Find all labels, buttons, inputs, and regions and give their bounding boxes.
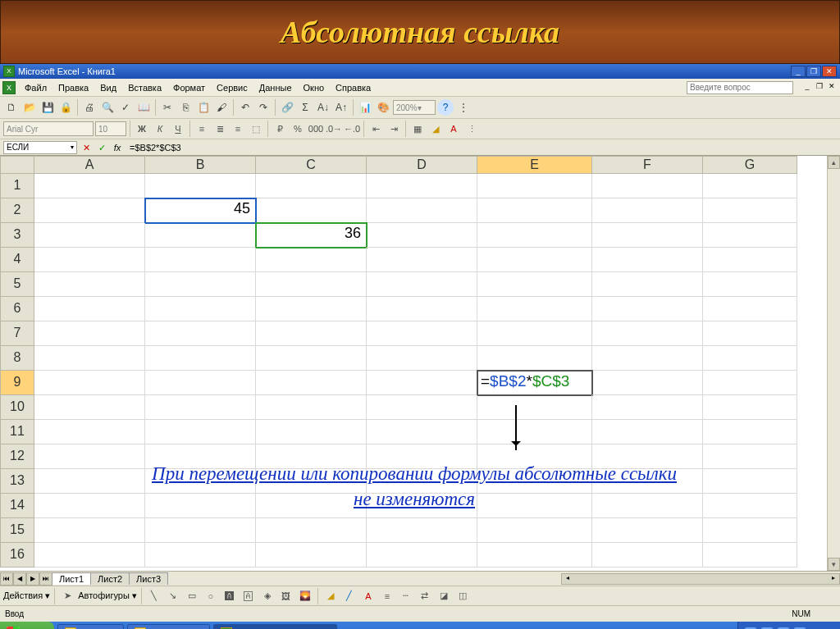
cell-F3[interactable] [592,223,703,248]
col-header-e[interactable]: E [477,156,592,174]
formula-input[interactable]: =$B$2*$C$3 [126,143,837,153]
row-header[interactable]: 1 [0,174,34,198]
sort-desc-icon[interactable]: A↑ [333,99,349,116]
row-header[interactable]: 11 [0,420,34,444]
hyperlink-icon[interactable]: 🔗 [279,99,295,116]
cell-F7[interactable] [592,321,703,346]
cell-D5[interactable] [367,272,477,297]
cell-E9[interactable]: =$B$2*$C$3 [477,371,592,395]
col-header-c[interactable]: C [256,156,367,174]
cell-A13[interactable] [34,469,145,494]
oval-icon[interactable]: ○ [203,588,219,604]
font-combo[interactable]: Arial Cyr [3,121,94,136]
name-box[interactable]: ЕСЛИ ▾ [3,141,77,154]
percent-icon[interactable]: % [290,121,306,137]
inc-indent-icon[interactable]: ⇥ [386,121,402,137]
currency-icon[interactable]: ₽ [272,121,288,137]
undo-icon[interactable]: ↶ [237,99,253,116]
font-color-icon[interactable]: A [445,121,462,137]
cell-A9[interactable] [34,371,145,395]
cell-A5[interactable] [34,272,145,297]
sort-asc-icon[interactable]: A↓ [315,99,331,116]
cell-C7[interactable] [256,321,367,346]
font-size-combo[interactable]: 10 [95,121,126,136]
cell-D9[interactable] [367,371,477,395]
toolbar-options-icon[interactable]: ⋮ [463,121,480,137]
align-right-icon[interactable]: ≡ [230,121,246,137]
cell-B5[interactable] [145,272,256,297]
cell-A3[interactable] [34,223,145,248]
cell-G9[interactable] [703,371,797,395]
cell-F8[interactable] [592,346,703,371]
sheet-tab-2[interactable]: Лист2 [90,572,130,585]
cell-G2[interactable] [703,198,797,223]
cell-E6[interactable] [477,297,592,321]
scroll-down-icon[interactable]: ▾ [828,558,840,571]
cell-B6[interactable] [145,297,256,321]
taskbar-item-folder[interactable]: мой урок [57,624,124,629]
cell-B15[interactable] [145,518,256,543]
cell-C8[interactable] [256,346,367,371]
maximize-button[interactable]: ❐ [806,66,821,77]
textbox-icon[interactable]: 🅰 [221,588,238,604]
cell-E4[interactable] [477,248,592,272]
close-button[interactable]: ✕ [822,66,837,77]
cell-E1[interactable] [477,174,592,198]
hscroll-right-icon[interactable]: ▸ [828,574,839,584]
col-header-d[interactable]: D [367,156,477,174]
cell-A12[interactable] [34,444,145,469]
taskbar-item-excel[interactable]: Microsoft Excel - Книг... [213,624,337,629]
doc-minimize-button[interactable]: _ [801,82,813,93]
diagram-icon[interactable]: ◈ [259,588,276,604]
new-file-icon[interactable]: 🗋 [3,99,20,116]
cell-E11[interactable] [477,420,592,444]
cell-C15[interactable] [256,518,367,543]
line-icon[interactable]: ╲ [146,588,162,604]
cell-C5[interactable] [256,272,367,297]
autoshapes-menu[interactable]: Автофигуры ▾ [78,590,137,601]
app-icon[interactable]: X [2,81,16,94]
cell-G5[interactable] [703,272,797,297]
cell-E16[interactable] [477,543,592,567]
borders-icon[interactable]: ▦ [409,121,426,137]
row-header[interactable]: 5 [0,272,34,297]
minimize-button[interactable]: _ [791,66,806,77]
cell-C2[interactable] [256,198,367,223]
row-header[interactable]: 2 [0,198,34,223]
row-header[interactable]: 7 [0,321,34,346]
dash-style-icon[interactable]: ┄ [398,588,414,604]
redo-icon[interactable]: ↷ [255,99,272,116]
cell-D16[interactable] [367,543,477,567]
permission-icon[interactable]: 🔒 [57,99,74,116]
ask-question-input[interactable] [687,81,793,94]
cell-A7[interactable] [34,321,145,346]
picture-icon[interactable]: 🌄 [297,588,313,604]
cell-A2[interactable] [34,198,145,223]
cell-A1[interactable] [34,174,145,198]
cell-G6[interactable] [703,297,797,321]
cell-C9[interactable] [256,371,367,395]
cell-A15[interactable] [34,518,145,543]
select-icon[interactable]: ➤ [59,588,75,604]
row-header[interactable]: 3 [0,223,34,248]
horizontal-scrollbar[interactable]: ◂ ▸ [561,573,840,585]
row-header[interactable]: 4 [0,248,34,272]
align-left-icon[interactable]: ≡ [194,121,210,137]
preview-icon[interactable]: 🔍 [99,99,116,116]
cell-G14[interactable] [703,494,797,518]
cell-B16[interactable] [145,543,256,567]
col-header-f[interactable]: F [592,156,703,174]
cell-A16[interactable] [34,543,145,567]
line-weight-icon[interactable]: ≡ [379,588,395,604]
cell-B10[interactable] [145,395,256,420]
cell-B2[interactable]: 45 [145,198,256,223]
fx-icon[interactable]: fx [111,141,124,154]
cell-D7[interactable] [367,321,477,346]
menu-window[interactable]: Окно [299,81,330,94]
cell-B7[interactable] [145,321,256,346]
cell-E10[interactable] [477,395,592,420]
line-color-icon[interactable]: ╱ [341,588,358,604]
doc-restore-button[interactable]: ❐ [814,82,825,93]
cell-A6[interactable] [34,297,145,321]
cell-D3[interactable] [367,223,477,248]
